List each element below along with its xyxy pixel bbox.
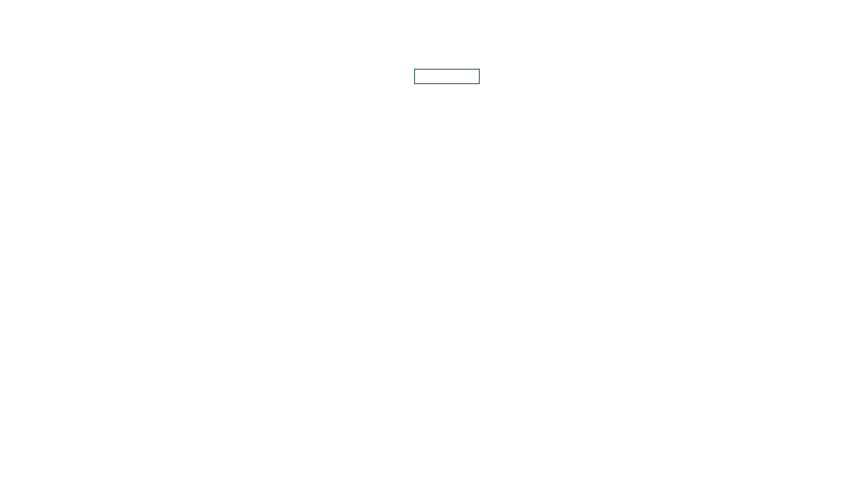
start-date-value[interactable] (190, 69, 297, 84)
project-lead-label[interactable] (35, 44, 185, 56)
spreadsheet (0, 0, 868, 504)
display-week-input[interactable] (414, 69, 480, 84)
project-lead-value[interactable] (190, 44, 297, 56)
display-week-label[interactable] (354, 69, 402, 84)
title-date[interactable] (190, 25, 297, 44)
start-date-label[interactable] (35, 69, 185, 84)
